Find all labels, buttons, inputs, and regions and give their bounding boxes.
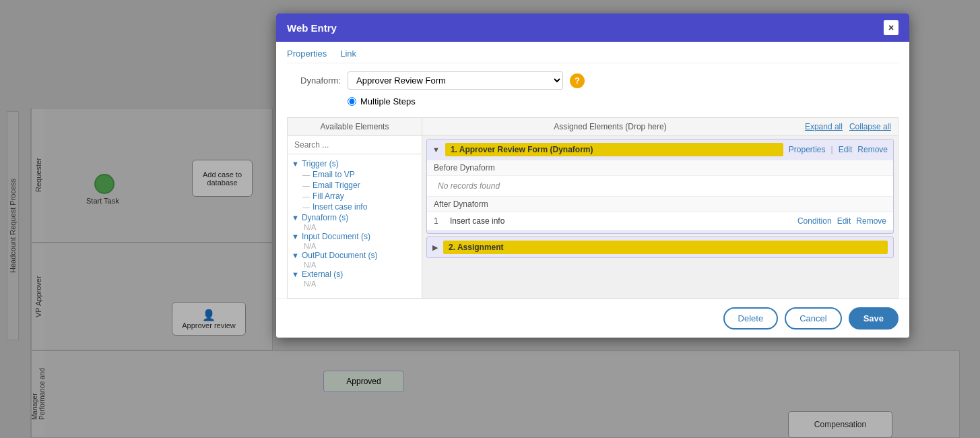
dynaform-row: Dynaform: Approver Review Form ?: [287, 71, 899, 90]
assigned-item-1-properties[interactable]: Properties: [789, 145, 826, 154]
tree-child-insert-case-label: Insert case info: [313, 202, 367, 212]
trigger-name-1: Insert case info: [450, 216, 792, 226]
assigned-item-1-label: 1. Approver Review Form (Dynaform): [445, 143, 783, 156]
dynaform-select[interactable]: Approver Review Form: [348, 71, 563, 90]
modal-title: Web Entry: [287, 22, 337, 34]
tree-output-doc-na: N/A: [304, 261, 419, 269]
assigned-item-2: ▶ 2. Assignment: [426, 237, 894, 258]
trigger-edit-1[interactable]: Edit: [837, 216, 851, 226]
tree-child-email-vp[interactable]: — Email to VP: [302, 169, 419, 180]
trigger-num-1: 1: [434, 216, 445, 226]
available-elements-header: Available Elements: [288, 118, 422, 136]
search-input[interactable]: [288, 136, 422, 154]
assigned-elements-panel: Assigned Elements (Drop here) Expand all…: [422, 118, 898, 298]
tree-child-email-trigger[interactable]: — Email Trigger: [302, 180, 419, 191]
tree-output-doc-label: OutPut Document (s): [302, 251, 378, 260]
dynaform-label: Dynaform:: [287, 75, 341, 86]
tree-input-doc[interactable]: ▼ Input Document (s): [290, 231, 419, 242]
tree-trigger-label: Trigger (s): [302, 159, 339, 168]
modal-dialog: Web Entry × Properties Link Dynaform: Ap…: [276, 13, 909, 338]
tree-child-email-vp-label: Email to VP: [313, 170, 355, 179]
assigned-item-1-edit[interactable]: Edit: [839, 145, 853, 154]
tree-external-label: External (s): [302, 270, 343, 279]
expand-collapse-links: Expand all Collapse all: [805, 122, 891, 131]
tree-child-fill-array-label: Fill Array: [313, 191, 344, 201]
assigned-item-1-toggle[interactable]: ▼: [432, 146, 440, 154]
no-records-before: No records found: [427, 176, 893, 196]
trigger-condition-1[interactable]: Condition: [797, 216, 832, 226]
tree-toggle-trigger: ▼: [292, 160, 299, 168]
nav-properties[interactable]: Properties: [287, 47, 327, 60]
save-button[interactable]: Save: [849, 307, 899, 330]
assigned-elements-title: Assigned Elements (Drop here): [429, 122, 791, 131]
nav-link[interactable]: Link: [340, 47, 356, 60]
assigned-item-2-label: 2. Assignment: [443, 241, 888, 254]
available-elements-panel: Available Elements ▼ Trigger (s) — Email…: [288, 118, 422, 298]
before-dynaform-section: Before Dynaform No records found After D…: [427, 160, 893, 230]
assigned-item-1-header: ▼ 1. Approver Review Form (Dynaform) Pro…: [427, 139, 893, 160]
multiple-steps-row: Multiple Steps: [348, 96, 899, 106]
trigger-remove-1[interactable]: Remove: [856, 216, 886, 226]
tree-toggle-input-doc: ▼: [292, 232, 299, 241]
modal-nav: Properties Link: [287, 42, 899, 63]
two-panel: Available Elements ▼ Trigger (s) — Email…: [287, 117, 899, 299]
sep1: |: [831, 145, 833, 154]
help-icon[interactable]: ?: [570, 73, 585, 88]
tree-dynaform-label: Dynaform (s): [302, 213, 348, 222]
trigger-row-1: 1 Insert case info Condition Edit Remove: [427, 212, 893, 230]
delete-button[interactable]: Delete: [723, 307, 779, 330]
assigned-item-1-remove[interactable]: Remove: [857, 145, 888, 154]
expand-all-link[interactable]: Expand all: [805, 122, 843, 131]
tree-input-doc-na: N/A: [304, 242, 419, 250]
tree-toggle-dynaform: ▼: [292, 214, 299, 222]
tree-area: ▼ Trigger (s) — Email to VP — Email Trig…: [288, 154, 422, 292]
tree-external[interactable]: ▼ External (s): [290, 269, 419, 280]
assigned-elements-header: Assigned Elements (Drop here) Expand all…: [422, 118, 898, 136]
before-dynaform-label: Before Dynaform: [427, 160, 893, 176]
assigned-item-1: ▼ 1. Approver Review Form (Dynaform) Pro…: [426, 139, 894, 234]
modal-body: Properties Link Dynaform: Approver Revie…: [276, 42, 909, 299]
assigned-item-2-toggle[interactable]: ▶: [432, 243, 438, 252]
collapse-all-link[interactable]: Collapse all: [849, 122, 891, 131]
assigned-item-2-header: ▶ 2. Assignment: [427, 237, 893, 257]
cancel-button[interactable]: Cancel: [785, 307, 841, 330]
tree-toggle-output-doc: ▼: [292, 251, 299, 259]
tree-dynaform[interactable]: ▼ Dynaform (s): [290, 212, 419, 223]
modal-header: Web Entry ×: [276, 13, 909, 42]
multiple-steps-label: Multiple Steps: [360, 96, 416, 106]
modal-close-button[interactable]: ×: [884, 20, 899, 35]
assigned-elements-scroll: ▼ 1. Approver Review Form (Dynaform) Pro…: [422, 136, 898, 298]
tree-child-insert-case[interactable]: — Insert case info: [302, 201, 419, 212]
tree-output-doc[interactable]: ▼ OutPut Document (s): [290, 250, 419, 261]
tree-dynaform-na: N/A: [304, 223, 419, 231]
tree-child-fill-array[interactable]: — Fill Array: [302, 191, 419, 201]
after-dynaform-label: After Dynaform: [427, 196, 893, 212]
tree-toggle-external: ▼: [292, 270, 299, 278]
tree-external-na: N/A: [304, 280, 419, 288]
tree-trigger[interactable]: ▼ Trigger (s): [290, 158, 419, 169]
tree-child-email-trigger-label: Email Trigger: [313, 181, 360, 190]
tree-input-doc-label: Input Document (s): [302, 232, 370, 241]
modal-footer: Delete Cancel Save: [276, 299, 909, 338]
multiple-steps-radio[interactable]: [348, 97, 356, 106]
